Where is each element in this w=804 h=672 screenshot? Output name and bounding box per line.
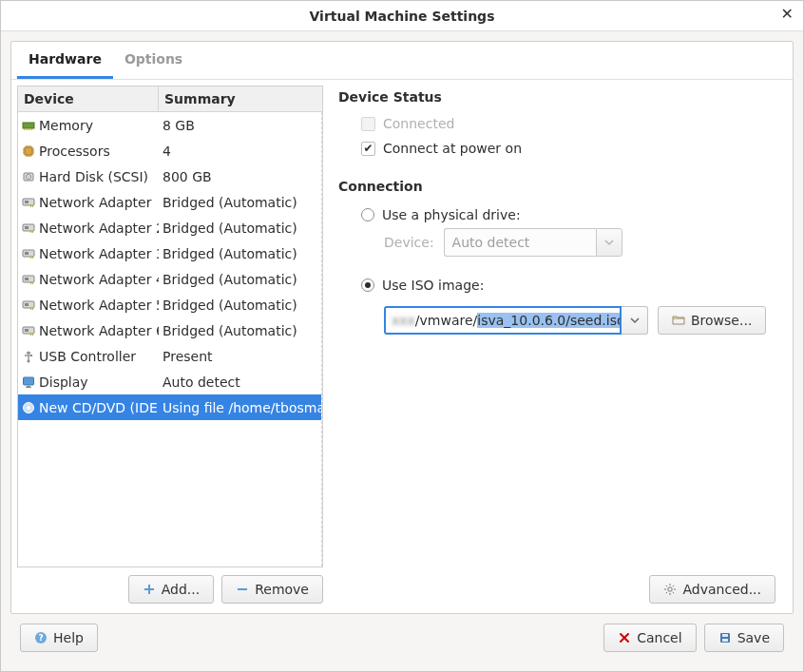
remove-button-label: Remove — [255, 582, 309, 597]
nic-icon — [22, 196, 35, 209]
tab-hardware[interactable]: Hardware — [17, 42, 113, 79]
row-device-cell: Network Adapter 6 — [18, 323, 159, 338]
table-row[interactable]: Memory8 GB — [18, 112, 321, 138]
device-combo: Auto detect — [444, 228, 622, 257]
advanced-button[interactable]: Advanced... — [649, 575, 775, 604]
row-device-name: New CD/DVD (IDE) — [39, 400, 159, 415]
tabs: Hardware Options — [11, 42, 793, 80]
svg-rect-44 — [30, 334, 31, 336]
table-row[interactable]: Hard Disk (SCSI)800 GB — [18, 163, 321, 189]
close-icon[interactable]: ✕ — [781, 7, 794, 22]
connect-poweron-row: Connect at power on — [361, 141, 775, 156]
row-device-name: Network Adapter 6 — [39, 323, 159, 338]
help-button[interactable]: ? Help — [20, 624, 98, 652]
svg-rect-35 — [25, 278, 29, 280]
row-summary-cell: Auto detect — [159, 374, 321, 390]
svg-rect-4 — [29, 128, 30, 130]
display-icon — [22, 375, 35, 389]
connect-poweron-checkbox[interactable] — [361, 142, 375, 156]
row-device-cell: Network Adapter 3 — [18, 246, 159, 261]
table-row[interactable]: Network Adapter 5Bridged (Automatic) — [18, 292, 321, 317]
table-row[interactable]: Network Adapter 4Bridged (Automatic) — [18, 266, 321, 292]
table-row[interactable]: DisplayAuto detect — [18, 369, 321, 394]
svg-rect-33 — [32, 257, 33, 259]
header-summary[interactable]: Summary — [159, 86, 322, 111]
table-row[interactable]: Network Adapter 3Bridged (Automatic) — [18, 240, 321, 266]
device-combo-dropdown[interactable] — [596, 228, 622, 257]
browse-button-label: Browse... — [691, 313, 752, 328]
table-row[interactable]: New CD/DVD (IDE)Using file /home/tbosman — [18, 394, 321, 420]
nic-icon — [22, 273, 35, 286]
svg-rect-28 — [30, 231, 31, 233]
device-combo-text[interactable]: Auto detect — [444, 228, 596, 257]
svg-rect-6 — [25, 147, 32, 155]
svg-rect-32 — [30, 257, 31, 259]
svg-rect-36 — [30, 282, 31, 284]
table-row[interactable]: Network Adapter 2Bridged (Automatic) — [18, 215, 321, 240]
svg-line-62 — [673, 592, 674, 593]
cancel-icon — [618, 631, 631, 644]
save-button[interactable]: Save — [704, 624, 784, 652]
svg-rect-40 — [30, 308, 31, 310]
svg-rect-24 — [30, 205, 31, 207]
remove-button[interactable]: Remove — [221, 575, 323, 604]
svg-rect-50 — [24, 377, 34, 385]
row-device-name: Network Adapter 4 — [39, 272, 159, 287]
iso-label: Use ISO image: — [382, 278, 484, 293]
svg-point-21 — [28, 176, 29, 177]
tab-options[interactable]: Options — [113, 42, 194, 79]
svg-rect-51 — [27, 386, 30, 387]
svg-line-63 — [666, 592, 667, 593]
svg-rect-23 — [25, 201, 29, 203]
header-device[interactable]: Device — [18, 86, 159, 111]
row-device-name: Network Adapter 2 — [39, 221, 159, 236]
connected-label: Connected — [383, 116, 454, 131]
svg-rect-1 — [24, 128, 25, 130]
table-row[interactable]: Network AdapterBridged (Automatic) — [18, 189, 321, 215]
row-device-cell: Network Adapter 5 — [18, 298, 159, 313]
device-list: Device Summary Memory8 GBProcessors4Hard… — [17, 86, 323, 567]
row-device-cell: Network Adapter 2 — [18, 221, 159, 236]
browse-button[interactable]: Browse... — [658, 306, 766, 335]
footer: ? Help Cancel Save — [10, 614, 794, 662]
svg-rect-68 — [722, 634, 728, 637]
svg-rect-69 — [722, 639, 728, 642]
row-device-name: Memory — [39, 118, 93, 133]
save-button-label: Save — [737, 630, 770, 645]
left-column: Device Summary Memory8 GBProcessors4Hard… — [17, 86, 323, 604]
iso-input-row: xxx/vmware/isva_10.0.6.0/seed.iso Browse… — [384, 306, 775, 335]
physical-device-row: Device: Auto detect — [384, 228, 775, 257]
advanced-button-label: Advanced... — [682, 582, 761, 597]
right-column: Device Status Connected Connect at power… — [323, 86, 783, 604]
svg-rect-2 — [26, 128, 27, 130]
svg-rect-41 — [32, 308, 33, 310]
row-device-name: Processors — [39, 144, 110, 159]
add-button[interactable]: Add... — [128, 575, 214, 604]
cancel-button[interactable]: Cancel — [603, 624, 696, 652]
iso-combo-dropdown[interactable] — [622, 306, 648, 335]
nic-icon — [22, 247, 35, 260]
connection-title: Connection — [338, 179, 775, 194]
help-icon: ? — [34, 631, 48, 644]
iso-path-input[interactable]: xxx/vmware/isva_10.0.6.0/seed.iso — [384, 306, 622, 335]
row-device-name: Network Adapter 5 — [39, 298, 159, 313]
physical-drive-radio[interactable] — [361, 208, 374, 221]
nic-icon — [22, 221, 35, 235]
device-status-title: Device Status — [338, 89, 775, 105]
table-row[interactable]: USB ControllerPresent — [18, 343, 321, 369]
iso-path-selected-text: isva_10.0.6.0/seed.iso — [477, 313, 622, 328]
connected-checkbox[interactable] — [361, 117, 375, 131]
svg-line-61 — [666, 586, 667, 586]
row-summary-cell: Bridged (Automatic) — [159, 272, 321, 287]
table-row[interactable]: Network Adapter 6Bridged (Automatic) — [18, 317, 321, 343]
svg-rect-45 — [32, 334, 33, 336]
svg-rect-49 — [30, 355, 32, 356]
row-summary-cell: Present — [159, 349, 321, 364]
row-device-cell: Network Adapter 4 — [18, 272, 159, 287]
table-row[interactable]: Processors4 — [18, 138, 321, 163]
footer-spacer — [98, 624, 603, 652]
svg-rect-52 — [26, 387, 31, 388]
row-summary-cell: Using file /home/tbosman — [159, 400, 321, 415]
iso-radio[interactable] — [361, 278, 374, 292]
cpu-icon — [22, 144, 35, 158]
